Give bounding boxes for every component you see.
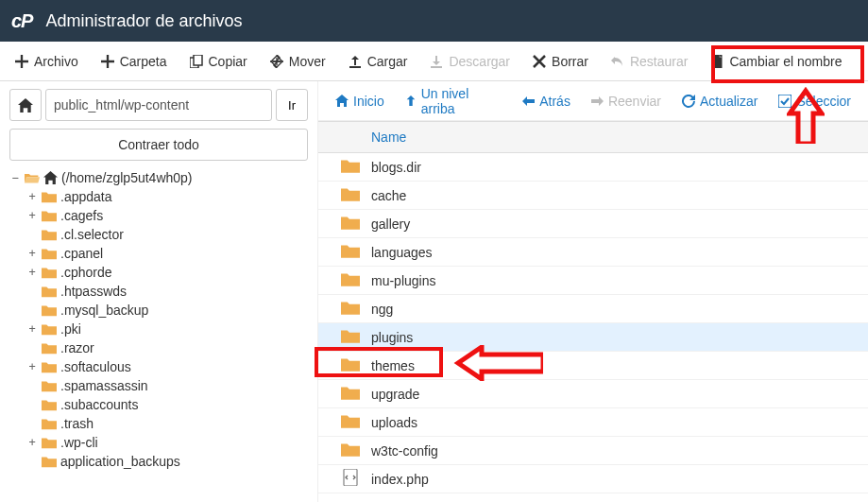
expand-toggle-icon[interactable]: + xyxy=(26,266,38,279)
list-item[interactable]: blogs.dir xyxy=(318,153,868,182)
tree-item-label: .pki xyxy=(60,321,81,337)
plus-icon xyxy=(101,55,114,68)
restore-button[interactable]: Restaurar xyxy=(600,46,699,77)
folder-icon xyxy=(341,356,360,372)
list-item-name: w3tc-config xyxy=(371,443,857,459)
list-item[interactable]: w3tc-config xyxy=(318,437,868,465)
upload-button[interactable]: Cargar xyxy=(337,46,419,77)
arrow-left-icon xyxy=(522,95,535,107)
tree-item-label: .appdata xyxy=(60,189,112,204)
list-item[interactable]: plugins xyxy=(318,323,868,352)
expand-toggle-icon[interactable]: + xyxy=(26,360,38,373)
forward-button[interactable]: Reenviar xyxy=(582,88,671,114)
move-button[interactable]: Mover xyxy=(259,46,337,77)
folder-icon xyxy=(341,441,360,457)
list-item-name: uploads xyxy=(371,415,857,430)
tree-item[interactable]: +.wp-cli xyxy=(26,433,308,452)
expand-toggle-icon[interactable]: + xyxy=(26,436,38,449)
arrow-up-icon xyxy=(405,95,417,107)
tree-item-label: .mysql_backup xyxy=(60,303,148,318)
list-item[interactable]: gallery xyxy=(318,210,868,238)
tree-item-label: .wp-cli xyxy=(60,435,98,450)
tree-item[interactable]: .htpasswds xyxy=(26,282,308,301)
new-file-button[interactable]: Archivo xyxy=(4,46,90,77)
up-level-button[interactable]: Un nivel arriba xyxy=(396,81,512,122)
tree-item[interactable]: application_backups xyxy=(26,452,308,471)
reload-button[interactable]: Actualizar xyxy=(672,88,767,114)
go-button[interactable]: Ir xyxy=(276,89,308,121)
folder-icon xyxy=(42,436,57,449)
collapse-all-button[interactable]: Contraer todo xyxy=(9,129,308,161)
tree-item[interactable]: .trash xyxy=(26,414,308,433)
tree-item-label: .cpanel xyxy=(60,246,103,261)
copy-button[interactable]: Copiar xyxy=(179,46,259,77)
folder-icon xyxy=(42,398,57,411)
home-dir-button[interactable] xyxy=(9,89,42,121)
list-item[interactable]: cache xyxy=(318,182,868,210)
copy-icon xyxy=(190,55,203,68)
list-item[interactable]: languages xyxy=(318,238,868,267)
tree-item[interactable]: .mysql_backup xyxy=(26,301,308,320)
new-file-label: Archivo xyxy=(34,54,78,69)
home-icon xyxy=(335,95,349,107)
tree-item[interactable]: +.appdata xyxy=(26,187,308,206)
tree-item[interactable]: +.cagefs xyxy=(26,206,308,225)
list-item[interactable]: upgrade xyxy=(318,380,868,408)
column-header-name[interactable]: Name xyxy=(318,121,868,153)
tree-item[interactable]: +.softaculous xyxy=(26,357,308,376)
tree-item-label: .spamassassin xyxy=(60,378,148,393)
expand-toggle-icon[interactable]: + xyxy=(26,322,38,336)
tree-root-label: (/home/zglp5ut4wh0p) xyxy=(61,170,193,185)
reload-label: Actualizar xyxy=(700,94,757,109)
list-item[interactable]: index.php xyxy=(318,465,868,493)
folder-icon xyxy=(42,360,57,373)
select-all-button[interactable]: Seleccior xyxy=(769,88,860,114)
download-button[interactable]: Descargar xyxy=(418,46,521,77)
delete-button[interactable]: Borrar xyxy=(521,46,600,77)
download-label: Descargar xyxy=(449,54,510,69)
list-item-name: mu-plugins xyxy=(371,273,857,288)
tree-item[interactable]: +.cpanel xyxy=(26,244,308,263)
list-item-name: gallery xyxy=(371,216,857,232)
folder-icon xyxy=(42,228,57,241)
tree-item[interactable]: .spamassassin xyxy=(26,376,308,395)
list-item[interactable]: themes xyxy=(318,352,868,380)
list-item-name: plugins xyxy=(371,330,857,345)
upload-label: Cargar xyxy=(367,54,408,69)
app-title: Administrador de archivos xyxy=(45,11,242,31)
restore-label: Restaurar xyxy=(630,54,688,69)
list-item-name: cache xyxy=(371,188,857,203)
home-icon xyxy=(18,98,33,113)
folder-icon xyxy=(341,215,360,230)
expand-toggle-icon[interactable]: + xyxy=(26,247,38,260)
new-folder-button[interactable]: Carpeta xyxy=(90,46,179,77)
tree-item-label: .subaccounts xyxy=(60,397,139,412)
tree-item[interactable]: .razor xyxy=(26,338,308,357)
list-item[interactable]: uploads xyxy=(318,408,868,437)
tree-item[interactable]: .cl.selector xyxy=(26,225,308,244)
forward-label: Reenviar xyxy=(608,94,661,109)
move-label: Mover xyxy=(289,54,326,69)
path-input[interactable] xyxy=(45,89,272,121)
folder-icon xyxy=(341,158,360,173)
tree-root[interactable]: − (/home/zglp5ut4wh0p) xyxy=(9,168,308,187)
upload-icon xyxy=(349,55,362,68)
folder-icon xyxy=(42,190,57,203)
folder-icon xyxy=(42,247,57,260)
tree-item[interactable]: +.cphorde xyxy=(26,263,308,282)
tree-item[interactable]: +.pki xyxy=(26,320,308,338)
up-level-label: Un nivel arriba xyxy=(421,86,502,116)
collapse-toggle-icon[interactable]: − xyxy=(9,171,21,184)
back-button[interactable]: Atrás xyxy=(513,88,580,114)
expand-toggle-icon[interactable]: + xyxy=(26,209,38,222)
list-item[interactable]: ngg xyxy=(318,295,868,323)
back-label: Atrás xyxy=(539,94,570,109)
tree-item[interactable]: .subaccounts xyxy=(26,395,308,414)
rename-button[interactable]: Cambiar el nombre xyxy=(699,46,853,77)
folder-icon xyxy=(42,285,57,298)
home-button[interactable]: Inicio xyxy=(326,88,394,114)
expand-toggle-icon[interactable]: + xyxy=(26,190,38,203)
folder-icon xyxy=(42,266,57,279)
tree-item-label: .softaculous xyxy=(60,359,131,374)
list-item[interactable]: mu-plugins xyxy=(318,267,868,295)
